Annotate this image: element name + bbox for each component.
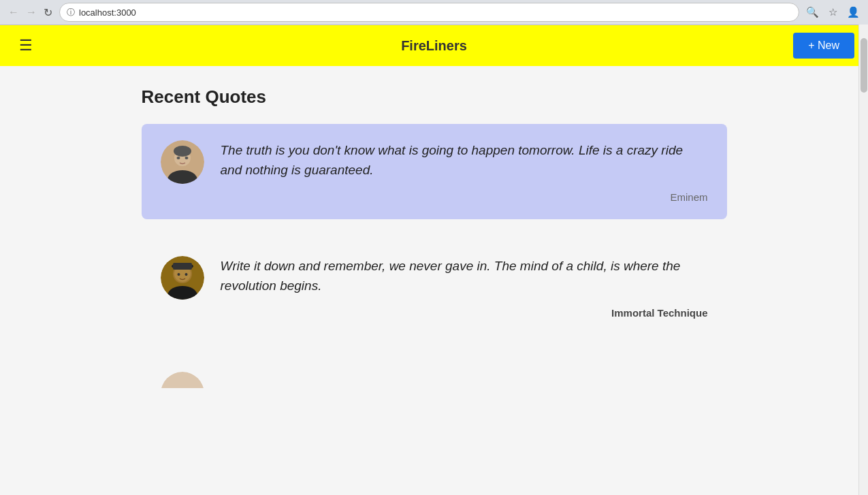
svg-rect-11 — [173, 263, 192, 270]
toolbar-actions: 🔍 ☆ 👤 — [803, 5, 863, 20]
main-content: Recent Quotes The truth is you don't kno… — [128, 66, 741, 429]
svg-point-14 — [184, 273, 187, 276]
avatar-third — [161, 372, 204, 388]
quote-author-2: Immortal Technique — [221, 307, 708, 319]
scrollbar-thumb[interactable] — [861, 38, 867, 93]
quote-body-1: The truth is you don't know what is goin… — [221, 140, 708, 203]
profile-button[interactable]: 👤 — [844, 5, 863, 20]
url-text: localhost:3000 — [79, 7, 136, 18]
avatar-eminem — [161, 140, 204, 184]
back-button[interactable]: ← — [5, 5, 22, 20]
zoom-button[interactable]: 🔍 — [803, 5, 822, 20]
nav-buttons: ← → ↻ — [5, 5, 55, 20]
quote-card-2: Write it down and remember, we never gav… — [142, 240, 727, 335]
security-icon: ⓘ — [67, 7, 75, 18]
quote-body-2: Write it down and remember, we never gav… — [221, 256, 708, 319]
quote-card-3 — [142, 355, 727, 388]
avatar-immortal-technique — [161, 256, 204, 300]
new-button[interactable]: + New — [793, 33, 854, 59]
page-title: Recent Quotes — [142, 86, 727, 108]
scrollbar-track[interactable] — [858, 25, 868, 495]
bookmark-button[interactable]: ☆ — [826, 5, 840, 20]
hamburger-button[interactable]: ☰ — [14, 34, 38, 57]
svg-point-3 — [174, 146, 191, 157]
svg-point-5 — [176, 157, 180, 159]
svg-point-13 — [177, 273, 180, 276]
forward-button[interactable]: → — [23, 5, 39, 20]
browser-chrome: ← → ↻ ⓘ localhost:3000 🔍 ☆ 👤 — [0, 0, 868, 25]
quote-text-1: The truth is you don't know what is goin… — [221, 140, 708, 180]
quote-card-1: The truth is you don't know what is goin… — [142, 124, 727, 219]
quote-text-2: Write it down and remember, we never gav… — [221, 256, 708, 296]
quote-author-1: Eminem — [221, 191, 708, 203]
address-bar[interactable]: ⓘ localhost:3000 — [59, 3, 799, 22]
reload-button[interactable]: ↻ — [41, 5, 55, 20]
app-title: FireLiners — [401, 38, 467, 54]
svg-point-15 — [161, 372, 204, 388]
browser-toolbar: ← → ↻ ⓘ localhost:3000 🔍 ☆ 👤 — [0, 0, 868, 25]
svg-point-6 — [184, 157, 188, 159]
app-navbar: ☰ FireLiners + New — [0, 25, 868, 66]
hamburger-icon: ☰ — [19, 37, 33, 54]
